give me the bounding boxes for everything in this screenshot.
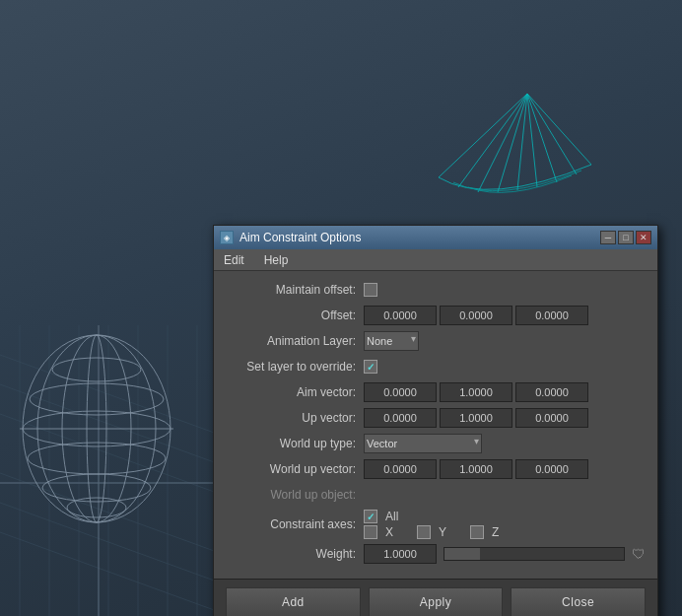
- animation-layer-row: Animation Layer: None Layer1 Layer2: [226, 330, 646, 352]
- close-button[interactable]: Close: [511, 587, 646, 616]
- world-up-vector-z-input[interactable]: [515, 459, 588, 479]
- svg-line-27: [458, 94, 527, 187]
- svg-point-19: [52, 358, 141, 381]
- svg-line-28: [478, 94, 527, 192]
- weight-label: Weight:: [226, 547, 364, 561]
- aim-vector-x-input[interactable]: [364, 382, 437, 402]
- weight-slider-fill: [444, 548, 480, 560]
- apply-button[interactable]: Apply: [369, 587, 504, 616]
- svg-line-34: [527, 94, 591, 165]
- title-bar: ◈ Aim Constraint Options ─ □ ✕: [214, 226, 657, 249]
- dialog-aim-constraint: ◈ Aim Constraint Options ─ □ ✕ Edit Help…: [213, 225, 658, 616]
- maintain-offset-label: Maintain offset:: [226, 283, 364, 297]
- minimize-button[interactable]: ─: [600, 231, 616, 244]
- axes-all-row: All: [364, 510, 398, 523]
- world-up-type-label: World up type:: [226, 437, 364, 450]
- shield-icon: 🛡: [632, 546, 646, 562]
- up-vector-label: Up vector:: [226, 411, 364, 425]
- svg-point-24: [67, 498, 126, 517]
- axes-xyz-row: X Y Z: [364, 525, 499, 539]
- set-layer-checkbox[interactable]: [364, 360, 377, 374]
- offset-label: Offset:: [226, 308, 364, 322]
- up-vector-y-input[interactable]: [440, 408, 512, 428]
- svg-line-29: [498, 94, 527, 192]
- svg-line-26: [439, 94, 527, 177]
- aim-vector-row: Aim vector:: [226, 381, 646, 403]
- offset-z-input[interactable]: [515, 306, 588, 325]
- svg-point-20: [30, 383, 164, 415]
- offset-row: Offset:: [226, 305, 646, 326]
- aim-vector-label: Aim vector:: [226, 385, 364, 399]
- menu-bar: Edit Help: [214, 249, 657, 271]
- constraint-axes-row: Constraint axes: All X Y Z: [226, 510, 646, 539]
- axes-x-label: X: [385, 525, 393, 539]
- maintain-offset-checkbox[interactable]: [364, 283, 377, 297]
- menu-help[interactable]: Help: [260, 252, 293, 268]
- constraint-axes-label: Constraint axes:: [226, 517, 364, 531]
- add-button[interactable]: Add: [226, 587, 361, 616]
- maximize-button[interactable]: □: [618, 231, 634, 244]
- svg-point-22: [28, 443, 166, 474]
- form-content: Maintain offset: Offset: Animation Layer…: [214, 271, 657, 579]
- up-vector-row: Up vector:: [226, 407, 646, 429]
- set-layer-row: Set layer to override:: [226, 356, 646, 377]
- aim-vector-y-input[interactable]: [440, 382, 512, 402]
- dialog-title: Aim Constraint Options: [239, 231, 361, 244]
- axes-z-label: Z: [492, 525, 499, 539]
- world-up-vector-y-input[interactable]: [440, 459, 512, 479]
- world-up-object-row: World up object:: [226, 484, 646, 506]
- set-layer-label: Set layer to override:: [226, 360, 364, 374]
- dialog-icon: ◈: [220, 231, 234, 244]
- axes-y-label: Y: [439, 525, 446, 539]
- up-vector-z-input[interactable]: [515, 408, 588, 428]
- axes-z-checkbox[interactable]: [470, 525, 484, 539]
- animation-layer-dropdown[interactable]: None Layer1 Layer2: [364, 331, 419, 351]
- aim-vector-z-input[interactable]: [515, 382, 588, 402]
- weight-input[interactable]: [364, 544, 437, 564]
- axes-all-label: All: [385, 510, 398, 523]
- world-up-object-label: World up object:: [226, 488, 364, 502]
- menu-edit[interactable]: Edit: [220, 252, 248, 268]
- title-buttons: ─ □ ✕: [600, 231, 651, 244]
- animation-layer-label: Animation Layer:: [226, 334, 364, 348]
- axes-x-checkbox[interactable]: [364, 525, 377, 539]
- offset-y-input[interactable]: [440, 306, 512, 325]
- world-up-type-dropdown[interactable]: Vector Scene Up Object Object Rotation N…: [364, 434, 482, 453]
- svg-line-30: [517, 94, 527, 190]
- world-up-vector-label: World up vector:: [226, 462, 364, 476]
- world-up-vector-x-input[interactable]: [364, 459, 437, 479]
- dialog-buttons-row: Add Apply Close: [214, 579, 657, 616]
- weight-row: Weight: 🛡: [226, 543, 646, 565]
- axes-y-checkbox[interactable]: [417, 525, 431, 539]
- axes-all-checkbox[interactable]: [364, 510, 377, 523]
- up-vector-x-input[interactable]: [364, 408, 437, 428]
- close-title-button[interactable]: ✕: [636, 231, 651, 244]
- weight-slider[interactable]: [443, 547, 625, 561]
- offset-x-input[interactable]: [364, 306, 437, 325]
- world-up-type-row: World up type: Vector Scene Up Object Ob…: [226, 433, 646, 454]
- maintain-offset-row: Maintain offset:: [226, 279, 646, 301]
- world-up-vector-row: World up vector:: [226, 458, 646, 480]
